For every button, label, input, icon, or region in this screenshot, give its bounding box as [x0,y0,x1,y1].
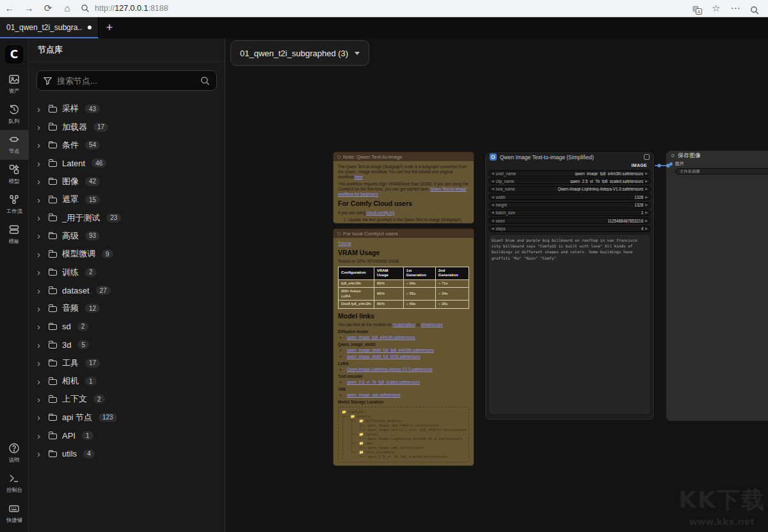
workflow-selector[interactable]: 01_qwen_t2i_subgraphed (3) [230,40,369,66]
node-library-panel: 节点库 采样43 加载器17 条件54 Latent46 图像42 遮罩15 _… [29,38,225,532]
translate-icon[interactable]: 文A [687,2,707,15]
category-for-testing[interactable]: _用于测试23 [29,208,225,226]
comfyui-logo[interactable]: C [5,45,23,63]
forward-icon[interactable]: → [19,0,38,17]
reload-icon[interactable]: ⟳ [38,0,58,17]
sidebar-item-nodes[interactable]: 节点 [0,130,29,160]
category-api-nodes[interactable]: api 节点123 [29,409,225,426]
category-advanced[interactable]: 高级93 [29,227,225,245]
category-conditioning[interactable]: 条件54 [29,136,225,154]
widget-batch-size[interactable]: batch_size1 [488,210,651,216]
tutorial-link[interactable]: Tutorial [338,241,351,246]
category-utils-cn[interactable]: 工具17 [29,354,225,372]
category-utils[interactable]: utils4 [29,444,225,462]
model-download-link[interactable]: Qwen-Image-Lightning-4steps-V1.0.safeten… [347,367,433,372]
decrement-icon[interactable] [492,211,494,214]
category-sampling[interactable]: 采样43 [29,100,225,118]
model-download-link[interactable]: qwen_image_distill_full_fp8_e4m3fn.safet… [347,348,434,352]
next-value-icon[interactable] [645,172,648,175]
collapse-dot-icon[interactable] [337,155,340,159]
expand-subgraph-icon[interactable] [644,154,650,160]
model-download-link[interactable]: qwen_image_distill_full_bf16.safetensors [347,354,420,359]
models-icon [8,164,20,175]
back-icon[interactable]: ← [0,0,19,17]
output-slot-image[interactable]: IMAGE [485,162,654,169]
new-tab-button[interactable]: + [99,17,120,38]
category-sd[interactable]: sd2 [29,318,225,336]
bookmark-star-icon[interactable]: ☆ [707,0,726,17]
prev-value-icon[interactable] [492,172,494,175]
decrement-icon[interactable] [492,203,494,207]
toolbar-search-icon[interactable] [745,2,764,15]
search-input[interactable] [57,76,195,86]
increment-icon[interactable] [645,196,648,199]
node-title-bar[interactable]: Qwen Image Text-to-image (Simplified) [485,152,654,162]
sidebar-item-workflows[interactable]: 工作流 [0,190,29,220]
graph-canvas[interactable]: 01_qwen_t2i_subgraphed (3) Note: Qwen Te… [225,38,768,532]
model-download-link[interactable]: qwen_image_fp8_e4m3fn.safetensors [347,335,415,340]
widget-lora-name[interactable]: lora_nameQwen-Image-Lightning-4steps-V1.… [488,186,651,192]
decrement-icon[interactable] [492,219,494,223]
prev-value-icon[interactable] [492,187,494,191]
increment-icon[interactable] [645,219,648,223]
next-value-icon[interactable] [645,180,648,183]
note-title-bar[interactable]: For local ComfyUI users [333,229,474,238]
next-value-icon[interactable] [645,187,648,191]
category-image[interactable]: 图像42 [29,173,225,191]
address-bar[interactable]: http://127.0.0.1:8188 [81,4,687,13]
qwen-t2i-node[interactable]: Qwen Image Text-to-image (Simplified) IM… [484,152,655,421]
widget-seed[interactable]: seed1125488487853216 [488,217,651,224]
node-title-bar[interactable]: 保存图像 [666,151,768,160]
save-image-node[interactable]: 保存图像 图片 文件名前缀 [666,150,768,421]
collapse-dot-icon[interactable] [671,154,675,157]
widget-clip-name[interactable]: clip_nameqwen_2.5_vl_7b_fp8_scaled.safet… [488,178,651,184]
cloud-comfy-link[interactable]: cloud.comfy.org [367,210,395,215]
category-dataset[interactable]: dataset27 [29,281,225,299]
sidebar-item-help[interactable]: 说明 [0,439,29,469]
prev-value-icon[interactable] [492,180,494,183]
active-tab[interactable]: 01_qwen_t2i_subgra... [0,17,99,38]
sidebar-item-models[interactable]: 模型 [0,160,29,190]
filename-prefix-widget[interactable]: 文件名前缀 [675,168,768,175]
widget-height[interactable]: height1328 [488,202,651,208]
category-loaders[interactable]: 加载器17 [29,118,225,136]
note-node-local-users[interactable]: For local ComfyUI users Tutorial VRAM Us… [333,228,474,466]
category-api[interactable]: API1 [29,426,225,444]
sidebar-item-shortcuts[interactable]: 快捷键 [0,499,29,532]
category-camera[interactable]: 相机1 [29,372,225,390]
home-icon[interactable]: ⌂ [58,0,77,17]
sidebar-item-assets[interactable]: 资产 [0,70,29,100]
increment-icon[interactable] [645,227,648,230]
category-model-patches[interactable]: 模型微调9 [29,245,225,263]
model-download-link[interactable]: qwen_2.5_vl_7b_fp8_scaled.safetensors [347,380,420,384]
category-context[interactable]: 上下文2 [29,390,225,408]
filter-icon[interactable] [44,77,52,85]
collapse-dot-icon[interactable] [337,232,340,235]
widget-steps[interactable]: steps4 [488,226,651,232]
category-training[interactable]: 训练2 [29,263,225,281]
increment-icon[interactable] [645,203,648,207]
note-title-bar[interactable]: Note: Qwen Text-to-image [333,152,474,161]
note-node-cloud-users[interactable]: Note: Qwen Text-to-image The Qwen Text-t… [333,152,474,224]
widget-unet-name[interactable]: unet_nameqwen_image_fp8_e4m3fn.safetenso… [488,170,651,176]
decrement-icon[interactable] [492,196,494,199]
modelscope-link[interactable]: Modelscope [421,322,443,327]
decrement-icon[interactable] [492,227,494,230]
more-menu-icon[interactable]: ⋯ [726,0,745,17]
huggingface-link[interactable]: Huggingface [393,322,415,327]
image-slot-icon[interactable] [669,162,673,166]
model-download-link[interactable]: qwen_image_vae.safetensors [347,393,401,397]
node-search-box[interactable] [36,70,217,91]
category-mask[interactable]: 遮罩15 [29,191,225,208]
increment-icon[interactable] [645,211,648,214]
sidebar-item-queue[interactable]: 队列 [0,100,29,130]
category-audio[interactable]: 音频12 [29,299,225,317]
category-latent[interactable]: Latent46 [29,154,225,172]
category-3d[interactable]: 3d5 [29,336,225,354]
sidebar-item-templates[interactable]: 模板 [0,220,29,250]
prompt-text-widget[interactable]: Giant blue and purple big billboard on r… [488,234,651,415]
widget-width[interactable]: width1328 [488,194,651,200]
input-slot-image[interactable]: 图片 [666,160,768,167]
tutorial-here-link[interactable]: here [355,175,363,179]
sidebar-item-console[interactable]: 控制台 [0,469,29,499]
